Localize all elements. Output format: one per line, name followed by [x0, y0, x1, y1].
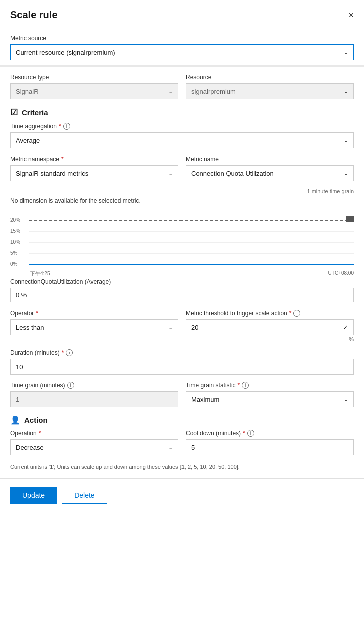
- info-text: Current units is '1'; Units can scale up…: [10, 462, 354, 471]
- metric-namespace-select[interactable]: SignalR standard metrics ⌄: [10, 165, 178, 181]
- time-grain-minutes-info-icon[interactable]: i: [67, 382, 74, 389]
- metric-threshold-label: Metric threshold to trigger scale action: [186, 310, 287, 317]
- time-grain-statistic-chevron-icon: ⌄: [344, 396, 348, 403]
- duration-input[interactable]: [10, 359, 354, 375]
- metric-name-select[interactable]: Connection Quota Utilization ⌄: [186, 165, 354, 181]
- resource-value: signalrpremium: [191, 88, 236, 95]
- panel-footer: Update Delete: [0, 478, 364, 512]
- metric-source-value: Current resource (signalrpremium): [16, 49, 115, 56]
- time-aggregation-label: Time aggregation: [10, 123, 57, 130]
- operation-required: *: [39, 430, 41, 437]
- time-grain-minutes-value: 1: [16, 396, 19, 403]
- metric-threshold-info-icon[interactable]: i: [293, 310, 300, 317]
- time-grain-statistic-info-icon[interactable]: i: [242, 382, 249, 389]
- action-section-header: 👤 Action: [10, 415, 354, 425]
- time-grain-statistic-required: *: [238, 382, 240, 389]
- resource-type-value: SignalR: [16, 88, 39, 95]
- cool-down-input[interactable]: [186, 439, 354, 455]
- svg-text:15%: 15%: [10, 228, 20, 234]
- metric-threshold-value: 20: [191, 324, 198, 331]
- cool-down-required: *: [243, 430, 245, 437]
- svg-text:10%: 10%: [10, 239, 20, 245]
- time-grain-statistic-value: Maximum: [191, 396, 219, 403]
- operator-required: *: [36, 310, 38, 317]
- duration-label: Duration (minutes): [10, 349, 60, 356]
- close-button[interactable]: ×: [348, 11, 354, 20]
- metric-source-chevron-icon: ⌄: [344, 49, 348, 56]
- metric-chart: 0% 5% 10% 15% 20% 下午4:25 UTC+08:00: [10, 209, 354, 274]
- action-icon: 👤: [10, 415, 20, 425]
- metric-name-value: Connection Quota Utilization: [191, 170, 274, 177]
- resource-type-select: SignalR ⌄: [10, 83, 178, 99]
- criteria-icon: ☑: [10, 107, 18, 118]
- time-aggregation-required: *: [59, 123, 61, 130]
- metric-threshold-required: *: [289, 310, 292, 317]
- operation-value: Decrease: [16, 444, 44, 451]
- duration-required: *: [62, 349, 64, 356]
- connection-quota-value: 0 %: [10, 288, 354, 302]
- resource-type-label: Resource type: [10, 74, 178, 81]
- operator-select[interactable]: Less than ⌄: [10, 319, 178, 335]
- time-grain-minutes-input: 1: [10, 391, 178, 407]
- cool-down-label: Cool down (minutes): [186, 430, 241, 437]
- time-grain-statistic-select[interactable]: Maximum ⌄: [186, 391, 354, 407]
- metric-name-label: Metric name: [186, 156, 219, 163]
- metric-source-label: Metric source: [10, 35, 354, 42]
- resource-type-chevron-icon: ⌄: [168, 88, 173, 95]
- metric-namespace-value: SignalR standard metrics: [16, 170, 88, 177]
- no-dimension-message: No dimension is available for the select…: [10, 197, 354, 204]
- duration-info-icon[interactable]: i: [66, 349, 73, 356]
- time-grain-note: 1 minute time grain: [10, 188, 354, 194]
- resource-chevron-icon: ⌄: [344, 88, 348, 95]
- operation-label: Operation: [10, 430, 37, 437]
- svg-rect-10: [346, 216, 354, 222]
- metric-namespace-required: *: [61, 156, 64, 163]
- operator-value: Less than: [16, 324, 44, 331]
- operation-chevron-icon: ⌄: [168, 444, 173, 451]
- panel-title: Scale rule: [10, 9, 58, 21]
- chart-timezone-label: UTC+08:00: [328, 270, 354, 277]
- metric-threshold-check-icon: ✓: [343, 324, 348, 331]
- metric-threshold-select[interactable]: 20 ✓: [186, 319, 354, 335]
- operator-label: Operator: [10, 310, 34, 317]
- time-aggregation-value: Average: [16, 137, 40, 144]
- update-button[interactable]: Update: [10, 487, 57, 504]
- resource-label: Resource: [186, 74, 354, 81]
- time-aggregation-chevron-icon: ⌄: [344, 137, 348, 144]
- metric-source-select[interactable]: Current resource (signalrpremium) ⌄: [10, 44, 354, 60]
- svg-text:20%: 20%: [10, 217, 20, 223]
- time-aggregation-info-icon[interactable]: i: [63, 123, 70, 130]
- criteria-section-header: ☑ Criteria: [10, 107, 354, 118]
- metric-threshold-unit: %: [186, 336, 354, 342]
- metric-namespace-chevron-icon: ⌄: [168, 170, 173, 177]
- action-label: Action: [24, 416, 48, 424]
- operation-select[interactable]: Decrease ⌄: [10, 439, 178, 455]
- criteria-label: Criteria: [22, 108, 48, 117]
- time-aggregation-select[interactable]: Average ⌄: [10, 132, 354, 148]
- connection-quota-label: ConnectionQuotaUtilization (Average): [10, 278, 354, 285]
- metric-name-chevron-icon: ⌄: [344, 170, 348, 177]
- svg-text:0%: 0%: [10, 261, 18, 267]
- cool-down-info-icon[interactable]: i: [247, 430, 254, 437]
- chart-time-label: 下午4:25: [30, 270, 50, 277]
- time-grain-minutes-label: Time grain (minutes): [10, 382, 65, 389]
- metric-namespace-label: Metric namespace: [10, 156, 59, 163]
- time-grain-statistic-label: Time grain statistic: [186, 382, 236, 389]
- svg-text:5%: 5%: [10, 250, 18, 256]
- operator-chevron-icon: ⌄: [168, 324, 173, 331]
- resource-select: signalrpremium ⌄: [186, 83, 354, 99]
- delete-button[interactable]: Delete: [62, 487, 107, 504]
